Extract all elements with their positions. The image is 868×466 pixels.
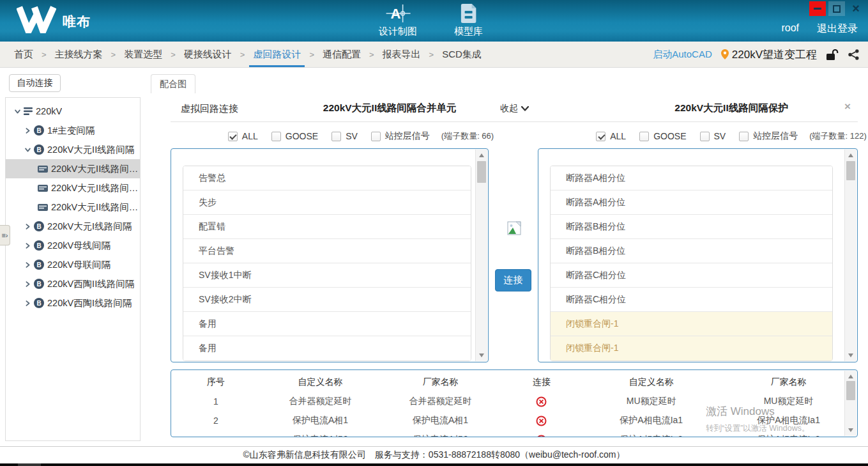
- window-close-button[interactable]: ×: [848, 1, 864, 16]
- disconnected-icon[interactable]: [536, 396, 547, 407]
- scroll-up-arrow[interactable]: [845, 151, 857, 160]
- list-item[interactable]: 断路器C相分位: [551, 263, 832, 288]
- tree-item-xitao1-bay[interactable]: B 220kV西陶I线路间隔: [6, 293, 140, 313]
- checkbox-sv[interactable]: [331, 132, 341, 141]
- list-item[interactable]: 告警总: [183, 166, 471, 190]
- filter-all-left[interactable]: ALL: [228, 131, 258, 141]
- breadcrumb-device-selection[interactable]: 装置选型: [120, 42, 166, 67]
- checkbox-station[interactable]: [739, 132, 749, 141]
- nav-model-library[interactable]: 模型库: [454, 3, 483, 38]
- list-item[interactable]: 断路器A相分位: [551, 166, 832, 190]
- scroll-up-arrow[interactable]: [845, 372, 857, 381]
- table-row[interactable]: 2 保护电流A相1 保护电流A相1 保护A相电流Ia1 保护A相电流Ia1: [171, 411, 857, 430]
- tab-coordination-diagram[interactable]: 配合图: [151, 74, 195, 93]
- chevron-right-icon[interactable]: [22, 127, 33, 134]
- chevron-right-icon[interactable]: [22, 281, 33, 288]
- launch-autocad-link[interactable]: 启动AutoCAD: [653, 49, 712, 61]
- chevron-down-icon[interactable]: [22, 146, 33, 153]
- scroll-down-arrow[interactable]: [845, 351, 857, 360]
- tree-item-dayuan2-bay[interactable]: B 220kV大元II线路间隔: [6, 140, 140, 159]
- list-item[interactable]: 配置错: [183, 215, 471, 239]
- list-item[interactable]: 备用: [183, 312, 471, 336]
- tree-item-dayuan2-protection-selected[interactable]: 220kV大元II线路间隔保...: [6, 159, 140, 178]
- username[interactable]: roof: [781, 22, 799, 36]
- list-item[interactable]: 断路器A相分位: [551, 190, 832, 215]
- filter-goose-right[interactable]: GOOSE: [639, 131, 686, 141]
- tree-item-dayuan1-bay[interactable]: B 220kV大元I线路间隔: [6, 217, 140, 236]
- tree-item-220kv[interactable]: 220kV: [6, 102, 140, 121]
- connect-button[interactable]: 连接: [495, 269, 531, 291]
- filter-sv-left[interactable]: SV: [331, 131, 358, 141]
- list-item[interactable]: 断路器C相分位: [551, 288, 832, 312]
- checkbox-goose[interactable]: [271, 132, 281, 141]
- filter-goose-left[interactable]: GOOSE: [271, 131, 318, 141]
- tree-item-xitao2-bay[interactable]: B 220kV西陶II线路间隔: [6, 274, 140, 293]
- list-item[interactable]: 失步: [183, 190, 471, 215]
- share-button[interactable]: [848, 49, 859, 60]
- panel-close-button[interactable]: ×: [844, 100, 851, 113]
- brand[interactable]: 唯布: [17, 5, 91, 33]
- breadcrumb-communication-config[interactable]: 通信配置: [319, 42, 365, 67]
- chevron-right-icon[interactable]: [22, 242, 33, 249]
- scroll-down-arrow[interactable]: [476, 351, 487, 360]
- tree-item-dayuan2-smart-terminal[interactable]: 220kV大元II线路间隔智...: [6, 178, 140, 198]
- table-row[interactable]: 3 保护电流A相2 保护电流A相2 保护A相电流Ia2 保护A相电流Ia2: [171, 430, 857, 437]
- checkbox-all-checked[interactable]: [596, 132, 605, 141]
- cell-vendor-left: 保护电流A相1: [381, 415, 501, 426]
- nav-design-drawing[interactable]: A 设计制图: [379, 3, 417, 38]
- filter-station-right[interactable]: 站控层信号: [739, 130, 798, 142]
- breadcrumb-hard-wiring[interactable]: 硬接线设计: [180, 42, 236, 67]
- scroll-up-arrow[interactable]: [476, 151, 487, 160]
- window-maximize-button[interactable]: [828, 1, 845, 16]
- filter-station-left[interactable]: 站控层信号: [371, 130, 430, 142]
- unlock-icon: [826, 49, 839, 60]
- breadcrumb-report-export[interactable]: 报表导出: [379, 42, 425, 67]
- collapse-toggle[interactable]: 收起: [500, 103, 529, 114]
- scroll-thumb[interactable]: [846, 381, 855, 400]
- tree-item-dayuan2-merging-unit[interactable]: 220kV大元II线路间隔合...: [6, 198, 140, 217]
- list-item[interactable]: SV接收1中断: [183, 263, 471, 288]
- scroll-thumb[interactable]: [477, 161, 486, 183]
- auto-connect-button[interactable]: 自动连接: [9, 74, 61, 92]
- scroll-thumb[interactable]: [846, 161, 855, 180]
- chevron-right-icon[interactable]: [22, 300, 33, 307]
- disconnected-icon[interactable]: [536, 416, 547, 426]
- table-scrollbar[interactable]: [844, 371, 857, 436]
- checkbox-goose[interactable]: [639, 132, 649, 141]
- chevron-right-icon[interactable]: [22, 223, 33, 230]
- checkbox-sv[interactable]: [700, 132, 710, 141]
- sidebar-collapse-handle[interactable]: ≡›: [0, 225, 10, 245]
- tree-item-label: 220kV母线间隔: [47, 240, 110, 252]
- logout-link[interactable]: 退出登录: [817, 22, 858, 36]
- disconnected-icon[interactable]: [536, 435, 547, 437]
- filter-sv-right[interactable]: SV: [700, 131, 726, 141]
- list-item[interactable]: SV接收2中断: [183, 288, 471, 312]
- tree-item-main-transformer-bay[interactable]: B 1#主变间隔: [6, 121, 140, 140]
- breadcrumb-main-wiring[interactable]: 主接线方案: [51, 42, 107, 67]
- list-item[interactable]: 平台告警: [183, 239, 471, 263]
- project-selector[interactable]: 220kV望道变工程: [721, 47, 817, 62]
- cell-index: 1: [171, 396, 261, 407]
- breadcrumb-scd-integration[interactable]: SCD集成: [438, 42, 485, 67]
- col-header-index: 序号: [171, 377, 261, 388]
- tree-item-busbar-bay[interactable]: B 220kV母线间隔: [6, 236, 140, 255]
- scroll-down-arrow[interactable]: [845, 426, 857, 435]
- list-item[interactable]: 备用: [183, 336, 471, 361]
- table-row[interactable]: 1 合并器额定延时 合并器额定延时 MU额定延时 MU额定延时: [171, 392, 857, 411]
- list-item-highlighted[interactable]: 闭锁重合闸-1: [551, 312, 832, 336]
- checkbox-station[interactable]: [371, 132, 381, 141]
- unlock-button[interactable]: [826, 49, 839, 60]
- filter-all-right[interactable]: ALL: [596, 131, 626, 141]
- list-item[interactable]: 断路器B相分位: [551, 215, 832, 239]
- checkbox-all-checked[interactable]: [228, 132, 238, 141]
- right-list-scrollbar[interactable]: [844, 150, 857, 361]
- tree-item-bus-coupler-bay[interactable]: B 220kV母联间隔: [6, 255, 140, 274]
- list-item[interactable]: 断路器B相分位: [551, 239, 832, 263]
- left-list-scrollbar[interactable]: [475, 150, 487, 361]
- chevron-down-icon[interactable]: [12, 108, 22, 115]
- window-minimize-button[interactable]: [809, 1, 826, 16]
- chevron-right-icon[interactable]: [22, 261, 33, 268]
- list-item-highlighted[interactable]: 闭锁重合闸-1: [551, 336, 832, 361]
- breadcrumb-virtual-circuit-active[interactable]: 虚回路设计: [249, 42, 305, 67]
- breadcrumb-home[interactable]: 首页: [10, 42, 37, 67]
